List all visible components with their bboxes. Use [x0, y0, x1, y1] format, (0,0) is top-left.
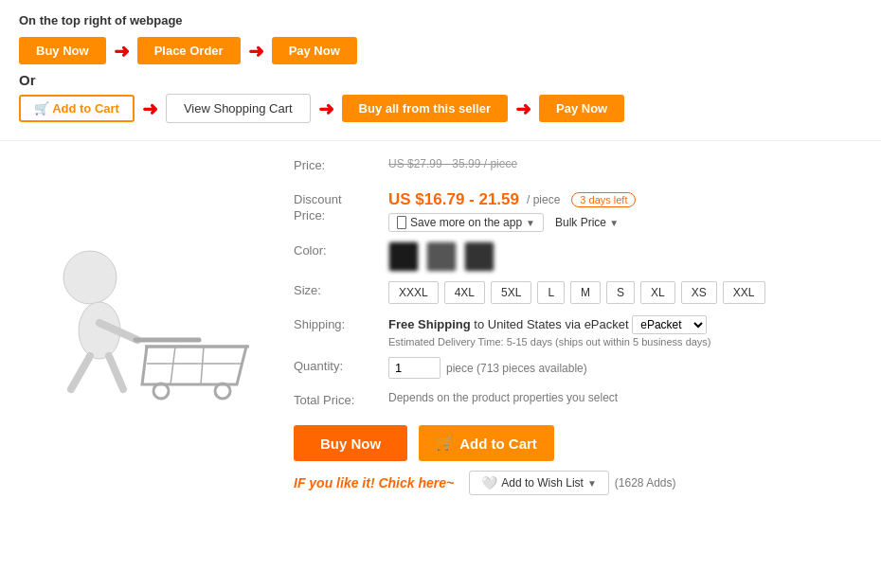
size-button-xxxl[interactable]: XXXL: [388, 281, 439, 304]
top-section: On the top right of webpage Buy Now ➜ Pl…: [0, 0, 881, 141]
add-to-cart-button-main[interactable]: 🛒 Add to Cart: [419, 425, 554, 461]
shopping-cart-figure: [33, 228, 261, 418]
heart-icon: 🤍: [481, 475, 497, 490]
save-app-button[interactable]: Save more on the app ▼: [388, 213, 544, 232]
wishlist-count: (1628 Adds): [615, 476, 676, 490]
product-image-section: [9, 151, 284, 495]
place-order-button[interactable]: Place Order: [137, 37, 241, 64]
main-section: Price: US $27.99 - 35.99 / piece Discoun…: [0, 141, 881, 505]
arrow-icon-4: ➜: [318, 98, 334, 120]
save-app-label: Save more on the app: [410, 216, 522, 229]
size-button-m[interactable]: M: [570, 281, 601, 304]
flow-row-1: Buy Now ➜ Place Order ➜ Pay Now: [19, 37, 862, 64]
color-label: Color:: [294, 241, 388, 258]
top-title: On the top right of webpage: [19, 13, 862, 27]
discount-price-label: Discount Price:: [294, 190, 388, 224]
bulk-price-label: Bulk Price: [555, 216, 606, 229]
original-price: US $27.99 - 35.99 / piece: [388, 157, 517, 170]
quantity-label: Quantity:: [294, 357, 388, 373]
size-buttons: XXXL4XL5XLLMSXLXSXXL: [388, 281, 866, 304]
total-price-label: Total Price:: [294, 391, 388, 407]
svg-line-3: [109, 356, 123, 389]
shipping-row: Shipping: Free Shipping to United States…: [294, 315, 866, 347]
pay-now-button-top[interactable]: Pay Now: [272, 37, 357, 64]
quantity-value: piece (713 pieces available): [388, 357, 866, 379]
buy-now-button-main[interactable]: Buy Now: [294, 425, 407, 461]
shipping-select[interactable]: ePacket Standard: [632, 315, 707, 334]
size-button-4xl[interactable]: 4XL: [444, 281, 485, 304]
or-text: Or: [19, 72, 862, 88]
chevron-down-icon: ▼: [526, 218, 535, 228]
shipping-label: Shipping:: [294, 315, 388, 331]
shipping-method: Free Shipping: [388, 317, 471, 331]
add-to-wishlist-button[interactable]: 🤍 Add to Wish List ▼: [469, 471, 609, 495]
buy-all-from-seller-button[interactable]: Buy all from this seller: [342, 95, 508, 122]
bulk-chevron-icon: ▼: [609, 218, 619, 228]
add-to-cart-button-top[interactable]: 🛒 Add to Cart: [19, 95, 135, 122]
product-details: Price: US $27.99 - 35.99 / piece Discoun…: [284, 151, 881, 495]
pay-now-button-flow2[interactable]: Pay Now: [539, 95, 624, 122]
color-row: Color:: [294, 241, 866, 272]
bulk-price-button[interactable]: Bulk Price ▼: [555, 216, 619, 229]
per-piece-text: / piece: [527, 193, 560, 206]
size-button-xs[interactable]: XS: [681, 281, 717, 304]
save-app-row: Save more on the app ▼ Bulk Price ▼: [388, 213, 866, 232]
size-button-5xl[interactable]: 5XL: [491, 281, 531, 304]
total-price-value: Depends on the product properties you se…: [388, 391, 866, 404]
color-swatches: [388, 241, 866, 272]
svg-line-6: [171, 347, 175, 384]
discount-price-row: Discount Price: US $16.79 - 21.59 / piec…: [294, 190, 866, 232]
size-row: Size: XXXL4XL5XLLMSXLXSXXL: [294, 281, 866, 306]
arrow-icon-1: ➜: [114, 40, 130, 62]
if-you-like-text: IF you like it! Chick here~: [294, 475, 454, 490]
view-shopping-cart-button[interactable]: View Shopping Cart: [166, 94, 311, 123]
price-row: Price: US $27.99 - 35.99 / piece: [294, 156, 866, 181]
flow-row-2: 🛒 Add to Cart ➜ View Shopping Cart ➜ Buy…: [19, 94, 862, 123]
days-left-badge: 3 days left: [571, 192, 636, 207]
shipping-info: Free Shipping to United States via ePack…: [388, 315, 866, 334]
svg-point-0: [63, 251, 117, 304]
price-value: US $27.99 - 35.99 / piece: [388, 156, 866, 170]
shipping-note: Estimated Delivery Time: 5-15 days (ship…: [388, 336, 866, 347]
color-swatch-1[interactable]: [388, 241, 419, 272]
arrow-icon-3: ➜: [142, 98, 158, 120]
discount-price-amount: US $16.79 - 21.59: [388, 190, 519, 209]
action-buttons: Buy Now 🛒 Add to Cart: [294, 425, 866, 461]
arrow-icon-5: ➜: [515, 98, 531, 120]
size-button-s[interactable]: S: [606, 281, 635, 304]
total-price-row: Total Price: Depends on the product prop…: [294, 391, 866, 416]
svg-line-4: [71, 356, 90, 389]
shipping-value: Free Shipping to United States via ePack…: [388, 315, 866, 347]
wishlist-section: IF you like it! Chick here~ 🤍 Add to Wis…: [294, 471, 866, 495]
color-swatch-3[interactable]: [464, 241, 494, 272]
phone-icon: [397, 216, 406, 229]
size-button-xxl[interactable]: XXL: [723, 281, 765, 304]
buy-now-button-top[interactable]: Buy Now: [19, 37, 106, 64]
size-button-xl[interactable]: XL: [640, 281, 675, 304]
cart-icon-main: 🛒: [436, 435, 454, 452]
color-swatch-2[interactable]: [426, 241, 457, 272]
quantity-input[interactable]: [388, 357, 440, 379]
discount-price-value: US $16.79 - 21.59 / piece 3 days left Sa…: [388, 190, 866, 232]
arrow-icon-2: ➜: [248, 40, 264, 62]
quantity-row: Quantity: piece (713 pieces available): [294, 357, 866, 382]
shipping-destination: to United States via ePacket: [474, 317, 628, 331]
size-button-l[interactable]: L: [537, 281, 565, 304]
svg-line-7: [201, 347, 204, 384]
size-label: Size:: [294, 281, 388, 297]
wishlist-chevron-icon: ▼: [587, 478, 597, 489]
available-text: piece (713 pieces available): [446, 362, 587, 375]
price-label: Price:: [294, 156, 388, 172]
add-to-cart-label: Add to Cart: [459, 436, 537, 452]
add-to-wishlist-label: Add to Wish List: [501, 476, 584, 490]
